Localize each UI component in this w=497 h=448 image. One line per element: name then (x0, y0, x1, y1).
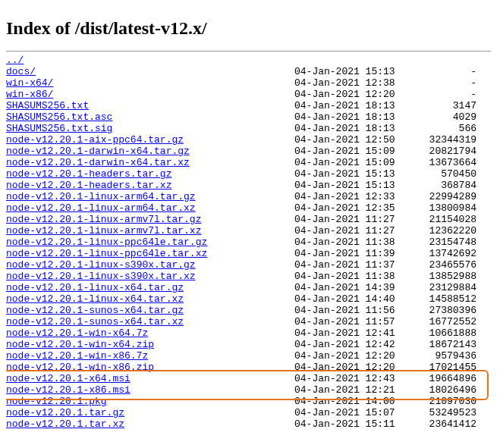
listing-row: win-x86/04-Jan-2021 12:20- (6, 89, 491, 100)
listing-row: node-v12.20.1-linux-arm64.tar.gz04-Jan-2… (6, 191, 491, 202)
file-link[interactable]: win-x64/ (6, 77, 53, 89)
file-link[interactable]: node-v12.20.1-linux-ppc64le.tar.xz (6, 248, 207, 259)
file-size: 13800984 (401, 202, 477, 214)
file-link[interactable]: node-v12.20.1-win-x86.7z (6, 350, 148, 362)
file-date: 04-Jan-2021 11:38 (294, 237, 401, 248)
file-date: 04-Jan-2021 11:37 (294, 259, 401, 271)
file-date: 04-Jan-2021 15:07 (294, 407, 401, 418)
file-size: 21097030 (401, 396, 477, 407)
file-date: 04-Jan-2021 12:41 (294, 327, 401, 339)
listing-row: node-v12.20.1-linux-arm64.tar.xz04-Jan-2… (6, 202, 491, 214)
file-size: 19664896 (401, 373, 477, 384)
file-date: 04-Jan-2021 15:13 (294, 168, 401, 180)
file-date: 04-Jan-2021 18:13 (294, 111, 401, 123)
listing-row: node-v12.20.1-headers.tar.gz04-Jan-2021 … (6, 168, 491, 180)
listing-row: node-v12.20.1-x64.msi04-Jan-2021 12:4319… (6, 373, 491, 384)
file-date: 04-Jan-2021 12:33 (294, 191, 401, 202)
listing-row: node-v12.20.1-aix-ppc64.tar.gz04-Jan-202… (6, 134, 491, 146)
file-date: 04-Jan-2021 12:42 (294, 339, 401, 350)
listing-row: win-x64/04-Jan-2021 12:38- (6, 77, 491, 89)
file-date: 04-Jan-2021 14:40 (294, 293, 401, 305)
file-link[interactable]: node-v12.20.1.tar.gz (6, 407, 124, 418)
file-date: 04-Jan-2021 12:50 (294, 134, 401, 146)
listing-row: node-v12.20.1-linux-armv7l.tar.gz04-Jan-… (6, 214, 491, 225)
file-link[interactable]: node-v12.20.1-aix-ppc64.tar.gz (6, 134, 184, 146)
file-link[interactable]: node-v12.20.1-darwin-x64.tar.xz (6, 157, 190, 168)
file-date: 04-Jan-2021 18:13 (294, 100, 401, 111)
listing-row: node-v12.20.1-win-x86.zip04-Jan-2021 12:… (6, 362, 491, 373)
file-link[interactable]: docs/ (6, 66, 36, 77)
file-link[interactable]: node-v12.20.1-linux-s390x.tar.xz (6, 271, 196, 282)
file-size: 368784 (401, 180, 477, 191)
file-link[interactable]: SHASUMS256.txt (6, 100, 89, 111)
file-link[interactable]: node-v12.20.1-linux-arm64.tar.xz (6, 202, 196, 214)
listing-row: node-v12.20.1-linux-x64.tar.gz04-Jan-202… (6, 282, 491, 293)
file-link[interactable]: node-v12.20.1-linux-x64.tar.gz (6, 282, 184, 293)
file-size: 12362220 (401, 225, 477, 237)
file-link[interactable]: node-v12.20.1-linux-x64.tar.xz (6, 293, 184, 305)
listing-row: SHASUMS256.txt04-Jan-2021 18:133147 (6, 100, 491, 111)
file-date: 04-Jan-2021 15:11 (294, 418, 401, 430)
file-link[interactable]: node-v12.20.1-linux-armv7l.tar.gz (6, 214, 201, 225)
file-size: 4029 (401, 111, 477, 123)
listing-row: node-v12.20.1-linux-s390x.tar.gz04-Jan-2… (6, 259, 491, 271)
listing-row: node-v12.20.1.tar.gz04-Jan-2021 15:07532… (6, 407, 491, 418)
file-link[interactable]: node-v12.20.1-linux-ppc64le.tar.gz (6, 237, 207, 248)
listing-row: node-v12.20.1-win-x64.zip04-Jan-2021 12:… (6, 339, 491, 350)
file-link[interactable]: node-v12.20.1-win-x64.zip (6, 339, 154, 350)
listing-row: node-v12.20.1-headers.tar.xz04-Jan-2021 … (6, 180, 491, 191)
file-link[interactable]: node-v12.20.1-linux-armv7l.tar.xz (6, 225, 201, 237)
listing-row: node-v12.20.1-x86.msi04-Jan-2021 12:2118… (6, 384, 491, 396)
file-size: 13673664 (401, 157, 477, 168)
file-date: 04-Jan-2021 11:57 (294, 316, 401, 327)
file-size: 14588512 (401, 293, 477, 305)
file-link[interactable]: node-v12.20.1-sunos-x64.tar.gz (6, 305, 184, 316)
listing-row: node-v12.20.1-linux-s390x.tar.xz04-Jan-2… (6, 271, 491, 282)
file-link[interactable]: node-v12.20.1-win-x64.7z (6, 327, 148, 339)
file-size: 32344319 (401, 134, 477, 146)
file-date: 04-Jan-2021 12:20 (294, 89, 401, 100)
file-link[interactable]: node-v12.20.1-linux-s390x.tar.gz (6, 259, 196, 271)
file-size: 570450 (401, 168, 477, 180)
file-size: 18026496 (401, 384, 477, 396)
file-size: - (401, 77, 477, 89)
file-date: 04-Jan-2021 12:20 (294, 362, 401, 373)
parent-dir-link[interactable]: ../ (6, 55, 24, 66)
file-date: 04-Jan-2021 15:09 (294, 157, 401, 168)
file-link[interactable]: win-x86/ (6, 89, 53, 100)
file-size: 21154028 (401, 214, 477, 225)
file-link[interactable]: node-v12.20.1-sunos-x64.tar.xz (6, 316, 184, 327)
file-date: 04-Jan-2021 12:21 (294, 384, 401, 396)
file-link[interactable]: node-v12.20.1-linux-arm64.tar.gz (6, 191, 196, 202)
file-date: 04-Jan-2021 12:43 (294, 373, 401, 384)
file-link[interactable]: node-v12.20.1-x64.msi (6, 373, 131, 384)
file-link[interactable]: node-v12.20.1-x86.msi (6, 384, 131, 396)
file-date: 04-Jan-2021 15:13 (294, 180, 401, 191)
file-date: 04-Jan-2021 11:27 (294, 225, 401, 237)
file-link[interactable]: node-v12.20.1-headers.tar.gz (6, 168, 171, 180)
file-size: 27380396 (401, 305, 477, 316)
listing-row: node-v12.20.1-linux-ppc64le.tar.gz04-Jan… (6, 237, 491, 248)
file-size: 17021455 (401, 362, 477, 373)
file-link[interactable]: node-v12.20.1.pkg (6, 396, 107, 407)
file-link[interactable]: node-v12.20.1-darwin-x64.tar.gz (6, 146, 190, 157)
listing-row: node-v12.20.1-linux-armv7l.tar.xz04-Jan-… (6, 225, 491, 237)
listing-row: node-v12.20.1.pkg04-Jan-2021 14:00210970… (6, 396, 491, 407)
file-date: 04-Jan-2021 11:38 (294, 271, 401, 282)
file-link[interactable]: SHASUMS256.txt.asc (6, 111, 112, 123)
file-size: 16772552 (401, 316, 477, 327)
listing-row: node-v12.20.1-darwin-x64.tar.gz04-Jan-20… (6, 146, 491, 157)
file-link[interactable]: node-v12.20.1.tar.xz (6, 418, 124, 430)
file-date: 04-Jan-2021 11:27 (294, 214, 401, 225)
file-date: 04-Jan-2021 15:13 (294, 66, 401, 77)
file-date: 04-Jan-2021 14:39 (294, 282, 401, 293)
listing-row: node-v12.20.1-darwin-x64.tar.xz04-Jan-20… (6, 157, 491, 168)
file-date: 04-Jan-2021 15:09 (294, 146, 401, 157)
file-date: 04-Jan-2021 12:20 (294, 350, 401, 362)
file-size: 3147 (401, 100, 477, 111)
file-link[interactable]: SHASUMS256.txt.sig (6, 123, 112, 134)
file-link[interactable]: node-v12.20.1-headers.tar.xz (6, 180, 171, 191)
file-size: - (401, 66, 477, 77)
listing-row: node-v12.20.1-win-x64.7z04-Jan-2021 12:4… (6, 327, 491, 339)
file-link[interactable]: node-v12.20.1-win-x86.zip (6, 362, 154, 373)
